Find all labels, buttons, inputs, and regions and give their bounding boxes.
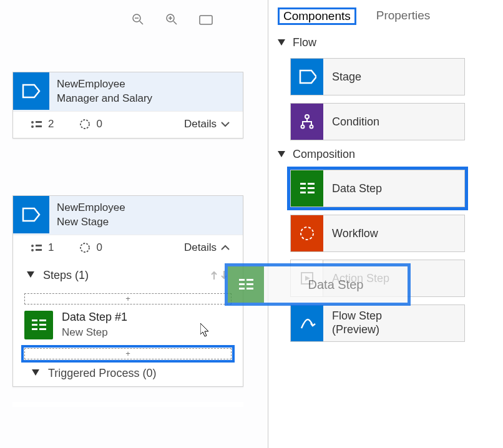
stage-stats: 1 0 Details — [13, 235, 243, 261]
tab-properties[interactable]: Properties — [375, 7, 432, 25]
steps-count: 1 — [29, 241, 54, 254]
component-workflow[interactable]: Workflow — [290, 215, 465, 252]
workflow-icon — [79, 118, 91, 130]
stage-name: New Stage — [57, 215, 125, 230]
flow-step-icon — [291, 305, 323, 341]
zoom-in-icon[interactable] — [165, 12, 180, 27]
workflow-count: 0 — [79, 118, 102, 130]
entity-name: NewEmployee — [57, 77, 152, 92]
drag-ghost-data-step[interactable]: Data Step — [225, 263, 411, 306]
workflow-icon — [291, 215, 323, 251]
data-step-icon — [24, 311, 53, 339]
chevron-down-icon — [220, 120, 230, 129]
stage-header[interactable]: NewEmployee New Stage — [13, 196, 243, 235]
stage-title: NewEmployee Manager and Salary — [49, 72, 160, 111]
component-flow-step[interactable]: Flow Step (Preview) — [290, 304, 465, 342]
step-subtitle: New Step — [62, 326, 127, 339]
stage-icon — [13, 196, 49, 233]
stage-name: Manager and Salary — [57, 92, 152, 106]
chevron-up-icon — [220, 243, 230, 252]
panel-tabs: Components Properties — [278, 7, 493, 25]
properties-panel: Components Properties Flow Stage Conditi… — [269, 0, 503, 448]
data-step-icon — [291, 170, 323, 207]
component-label: Stage — [323, 59, 464, 95]
workflow-icon — [79, 241, 91, 254]
steps-section-header[interactable]: Steps (1) — [13, 261, 243, 290]
component-condition[interactable]: Condition — [290, 103, 465, 140]
stage-card[interactable]: NewEmployee New Stage 1 0 Details — [12, 195, 243, 387]
cursor-icon — [200, 323, 210, 339]
component-label: Data Step — [323, 170, 464, 207]
condition-icon — [291, 104, 323, 140]
triangle-down-icon — [32, 369, 41, 377]
stage-header[interactable]: NewEmployee Manager and Salary — [13, 72, 243, 111]
component-stage[interactable]: Stage — [290, 58, 465, 95]
data-step-icon — [228, 266, 264, 303]
triangle-down-icon — [278, 151, 286, 158]
arrow-up-icon — [210, 270, 219, 281]
workflow-count: 0 — [79, 241, 102, 254]
triggered-label: Triggered Process (0) — [48, 367, 156, 380]
canvas-toolbar — [131, 12, 215, 27]
section-composition-header[interactable]: Composition — [278, 148, 493, 161]
component-label: Flow Step (Preview) — [323, 305, 464, 341]
stage-title: NewEmployee New Stage — [49, 196, 133, 235]
stage-icon — [13, 72, 49, 110]
list-icon — [29, 119, 43, 130]
stage-stats: 2 0 Details — [13, 111, 243, 138]
details-toggle[interactable]: Details — [184, 118, 230, 130]
section-flow-label: Flow — [293, 36, 316, 49]
triangle-down-icon — [278, 39, 286, 47]
dropzone-after[interactable]: + — [24, 348, 232, 359]
triggered-process-section[interactable]: Triggered Process (0) — [13, 363, 243, 386]
component-data-step[interactable]: Data Step — [290, 170, 465, 207]
stage-icon — [291, 59, 323, 95]
section-composition-label: Composition — [293, 148, 355, 161]
zoom-out-icon[interactable] — [131, 12, 146, 27]
step-title: Data Step #1 — [62, 311, 127, 324]
entity-name: NewEmployee — [57, 201, 125, 215]
section-flow-header[interactable]: Flow — [278, 36, 493, 49]
list-icon — [29, 242, 43, 253]
details-toggle[interactable]: Details — [184, 241, 230, 254]
drag-ghost-label: Data Step — [264, 278, 408, 292]
tab-components[interactable]: Components — [278, 7, 356, 25]
design-canvas[interactable]: NewEmployee Manager and Salary 2 0 Detai… — [0, 0, 268, 448]
component-label: Workflow — [323, 215, 464, 251]
dropzone-before[interactable]: + — [24, 293, 232, 304]
steps-header-label: Steps (1) — [43, 269, 89, 282]
steps-count: 2 — [29, 118, 54, 130]
triangle-down-icon — [27, 271, 36, 279]
component-label: Condition — [323, 104, 464, 140]
stage-card[interactable]: NewEmployee Manager and Salary 2 0 Detai… — [12, 72, 243, 139]
fit-screen-icon[interactable] — [198, 13, 215, 27]
